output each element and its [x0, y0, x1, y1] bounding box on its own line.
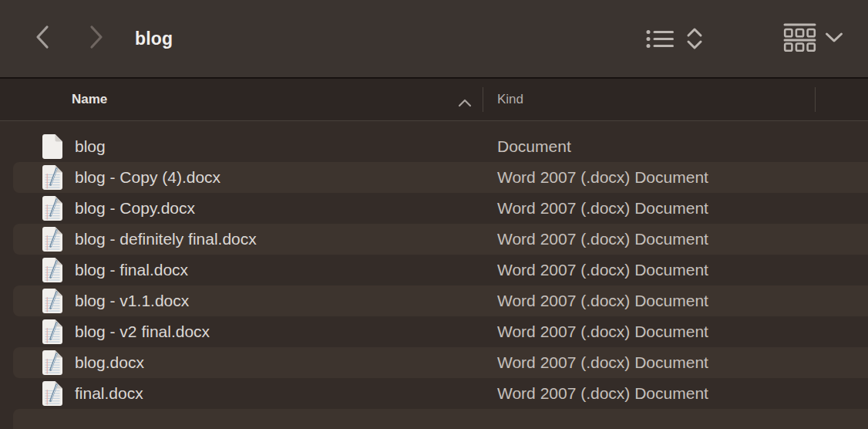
file-name: blog.docx	[75, 347, 144, 378]
window-title: blog	[135, 0, 173, 77]
file-row[interactable]: blog - Copy.docx Word 2007 (.docx) Docum…	[0, 193, 868, 224]
file-row[interactable]: blog - Copy (4).docx Word 2007 (.docx) D…	[0, 162, 868, 193]
file-name: blog - definitely final.docx	[75, 224, 257, 255]
file-name: blog - Copy (4).docx	[75, 162, 220, 193]
file-kind: Word 2007 (.docx) Document	[497, 193, 708, 224]
file-kind: Word 2007 (.docx) Document	[497, 316, 708, 347]
file-kind: Word 2007 (.docx) Document	[497, 224, 708, 255]
file-kind: Document	[497, 131, 571, 162]
word-document-icon	[42, 319, 62, 344]
file-name: blog	[75, 131, 106, 162]
toolbar: blog	[0, 0, 868, 79]
list-view-icon	[646, 29, 675, 52]
word-document-icon	[42, 227, 62, 252]
word-document-icon	[42, 258, 62, 282]
group-view-icon	[783, 23, 816, 55]
file-row[interactable]: blog - definitely final.docx Word 2007 (…	[0, 224, 868, 255]
file-name: final.docx	[75, 378, 143, 409]
finder-window: blog	[0, 0, 868, 429]
file-name: blog - v1.1.docx	[75, 285, 189, 316]
chevron-down-icon	[825, 32, 843, 46]
name-column-header[interactable]: Name	[72, 79, 107, 120]
file-row[interactable]: blog - v1.1.docx Word 2007 (.docx) Docum…	[0, 285, 868, 316]
word-document-icon	[42, 381, 62, 406]
file-kind: Word 2007 (.docx) Document	[497, 255, 708, 285]
file-kind: Word 2007 (.docx) Document	[497, 285, 708, 316]
file-row[interactable]: blog - v2 final.docx Word 2007 (.docx) D…	[0, 316, 868, 347]
view-options-button[interactable]	[783, 23, 843, 55]
word-document-icon	[42, 165, 62, 190]
document-icon	[42, 134, 62, 159]
file-list: blog Document blog - Copy (4).docx Word …	[0, 121, 868, 429]
file-name: blog - Copy.docx	[75, 193, 195, 224]
chevron-left-icon	[34, 25, 51, 52]
file-row[interactable]: blog Document	[0, 131, 868, 162]
column-divider[interactable]	[815, 87, 816, 112]
sort-up-down-icon	[686, 27, 703, 53]
file-row[interactable]: final.docx Word 2007 (.docx) Document	[0, 378, 868, 409]
file-row[interactable]: blog.docx Word 2007 (.docx) Document	[0, 347, 868, 378]
column-divider[interactable]	[483, 87, 483, 112]
back-button[interactable]	[32, 25, 52, 52]
file-kind: Word 2007 (.docx) Document	[497, 347, 708, 378]
word-document-icon	[42, 350, 62, 375]
empty-row-stripe	[0, 409, 868, 429]
file-kind: Word 2007 (.docx) Document	[497, 378, 708, 409]
forward-button[interactable]	[86, 25, 106, 52]
sort-ascending-icon	[458, 96, 472, 110]
word-document-icon	[42, 196, 62, 221]
file-name: blog - final.docx	[75, 255, 188, 285]
file-name: blog - v2 final.docx	[75, 316, 210, 347]
chevron-right-icon	[88, 25, 105, 52]
word-document-icon	[42, 289, 62, 313]
file-row[interactable]: blog - final.docx Word 2007 (.docx) Docu…	[0, 255, 868, 285]
kind-column-header[interactable]: Kind	[497, 79, 523, 120]
column-header-row: Name Kind	[0, 79, 868, 121]
file-kind: Word 2007 (.docx) Document	[497, 162, 708, 193]
list-view-sort-button[interactable]	[646, 27, 703, 53]
